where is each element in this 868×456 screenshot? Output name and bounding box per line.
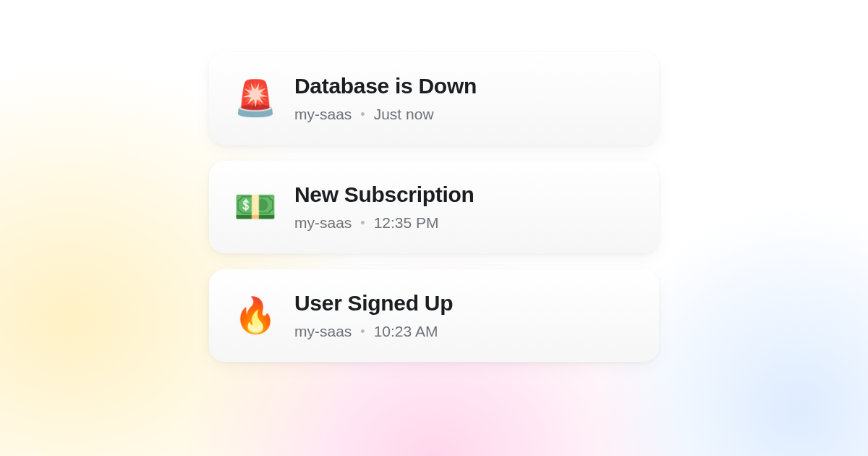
notification-time: Just now bbox=[374, 106, 434, 123]
notification-body: Database is Down my-saas • Just now bbox=[294, 74, 477, 123]
notification-card[interactable]: 🚨 Database is Down my-saas • Just now bbox=[209, 52, 659, 145]
meta-separator: • bbox=[360, 108, 365, 121]
notification-meta: my-saas • Just now bbox=[294, 106, 477, 123]
notification-time: 12:35 PM bbox=[374, 214, 439, 232]
notification-project: my-saas bbox=[294, 106, 352, 123]
notification-meta: my-saas • 10:23 AM bbox=[294, 323, 453, 340]
notification-project: my-saas bbox=[294, 214, 352, 232]
notification-title: Database is Down bbox=[294, 74, 477, 98]
notification-body: New Subscription my-saas • 12:35 PM bbox=[294, 182, 475, 232]
notification-list: 🚨 Database is Down my-saas • Just now 💵 … bbox=[209, 52, 659, 362]
notification-time: 10:23 AM bbox=[374, 323, 438, 340]
meta-separator: • bbox=[360, 216, 365, 229]
notification-card[interactable]: 🔥 User Signed Up my-saas • 10:23 AM bbox=[209, 269, 659, 362]
notification-title: User Signed Up bbox=[294, 291, 453, 316]
notification-card[interactable]: 💵 New Subscription my-saas • 12:35 PM bbox=[209, 161, 659, 253]
siren-icon: 🚨 bbox=[234, 81, 274, 116]
notification-project: my-saas bbox=[294, 323, 352, 340]
meta-separator: • bbox=[360, 325, 365, 338]
fire-icon: 🔥 bbox=[234, 298, 274, 333]
notification-meta: my-saas • 12:35 PM bbox=[294, 214, 475, 232]
notification-body: User Signed Up my-saas • 10:23 AM bbox=[294, 291, 453, 340]
notification-title: New Subscription bbox=[294, 182, 475, 207]
dollar-banknote-icon: 💵 bbox=[234, 190, 274, 224]
